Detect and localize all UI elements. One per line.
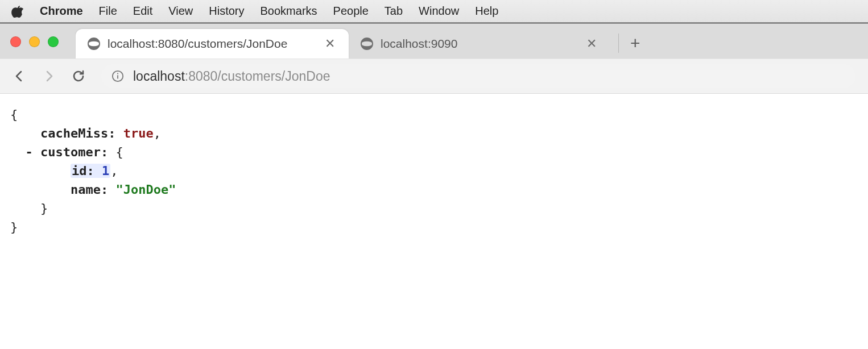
tab-title: localhost:9090 bbox=[381, 37, 577, 51]
page-content: { cacheMiss: true, - customer: { id: 1, … bbox=[0, 94, 868, 248]
json-key-cachemiss: cacheMiss: bbox=[40, 126, 115, 140]
svg-point-8 bbox=[117, 73, 118, 74]
address-bar[interactable]: localhost:8080/customers/JonDoe bbox=[101, 64, 855, 88]
window-controls bbox=[10, 36, 59, 47]
new-tab-button[interactable]: + bbox=[630, 35, 640, 52]
menubar-item-history[interactable]: History bbox=[209, 5, 244, 18]
macos-menubar: Chrome File Edit View History Bookmarks … bbox=[0, 0, 868, 23]
svg-point-4 bbox=[361, 41, 373, 46]
globe-icon bbox=[360, 37, 374, 51]
browser-chrome: localhost:8080/customers/JonDoe ✕ localh… bbox=[0, 23, 868, 94]
tab-title: localhost:8080/customers/JonDoe bbox=[108, 37, 316, 51]
tab-strip: localhost:8080/customers/JonDoe ✕ localh… bbox=[0, 23, 868, 59]
url-text: localhost:8080/customers/JonDoe bbox=[133, 69, 330, 84]
back-button[interactable] bbox=[13, 69, 26, 83]
url-path: :8080/customers/JonDoe bbox=[185, 69, 330, 84]
svg-point-1 bbox=[88, 41, 100, 46]
site-info-icon[interactable] bbox=[111, 70, 124, 82]
forward-button[interactable] bbox=[42, 69, 56, 83]
apple-logo-icon[interactable] bbox=[11, 5, 24, 18]
json-customer-close: } bbox=[10, 199, 858, 218]
json-key-name: name: bbox=[71, 182, 108, 197]
window-close-button[interactable] bbox=[10, 36, 21, 47]
menubar-item-help[interactable]: Help bbox=[475, 5, 498, 18]
close-tab-icon[interactable]: ✕ bbox=[584, 38, 599, 50]
menubar-item-view[interactable]: View bbox=[168, 5, 193, 18]
json-value-name: "JonDoe" bbox=[115, 182, 176, 197]
tab-active[interactable]: localhost:8080/customers/JonDoe ✕ bbox=[76, 29, 349, 59]
menubar-app-name[interactable]: Chrome bbox=[40, 5, 83, 18]
tab-separator bbox=[618, 34, 619, 53]
json-id-line: id: 1, bbox=[10, 161, 858, 180]
collapse-toggle-icon[interactable]: - bbox=[26, 145, 33, 159]
menubar-item-people[interactable]: People bbox=[333, 5, 369, 18]
json-cachemiss-line: cacheMiss: true, bbox=[10, 124, 858, 143]
json-customer-brace-open: { bbox=[115, 145, 123, 159]
json-brace-open: { bbox=[10, 105, 858, 124]
json-comma: , bbox=[154, 126, 161, 140]
json-key-id: id: bbox=[72, 164, 94, 178]
menubar-item-bookmarks[interactable]: Bookmarks bbox=[261, 5, 317, 18]
close-tab-icon[interactable]: ✕ bbox=[323, 38, 337, 50]
tab-inactive[interactable]: localhost:9090 ✕ bbox=[349, 29, 610, 59]
json-comma: , bbox=[110, 164, 118, 178]
json-name-line: name: "JonDoe" bbox=[10, 180, 858, 199]
json-brace-close: } bbox=[10, 218, 858, 236]
window-minimize-button[interactable] bbox=[29, 36, 40, 47]
json-value-id: 1 bbox=[102, 164, 109, 178]
json-key-customer: customer: bbox=[40, 145, 108, 159]
menubar-item-window[interactable]: Window bbox=[419, 5, 459, 18]
menubar-item-edit[interactable]: Edit bbox=[133, 5, 152, 18]
json-customer-open-line: - customer: { bbox=[10, 143, 858, 161]
url-host: localhost bbox=[133, 69, 185, 84]
menubar-item-tab[interactable]: Tab bbox=[385, 5, 403, 18]
globe-icon bbox=[87, 37, 101, 51]
toolbar: localhost:8080/customers/JonDoe bbox=[0, 59, 868, 94]
reload-button[interactable] bbox=[72, 69, 85, 83]
menubar-item-file[interactable]: File bbox=[99, 5, 117, 18]
window-maximize-button[interactable] bbox=[48, 36, 59, 47]
json-value-cachemiss: true bbox=[123, 126, 154, 140]
